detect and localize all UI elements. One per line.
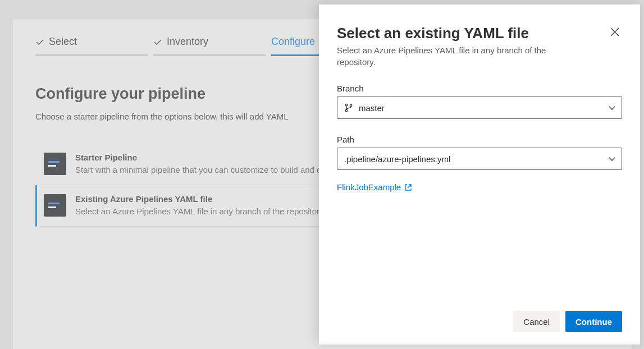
external-link-icon — [404, 183, 412, 191]
branch-label: Branch — [337, 84, 622, 93]
chevron-down-icon — [608, 104, 616, 112]
modal-title: Select an existing YAML file — [337, 25, 584, 42]
path-value: .pipeline/azure-pipelines.yml — [344, 154, 450, 164]
svg-point-0 — [345, 104, 347, 105]
path-select[interactable]: .pipeline/azure-pipelines.yml — [337, 148, 622, 170]
repo-link[interactable]: FlinkJobExample — [337, 182, 401, 192]
modal-subtitle: Select an Azure Pipelines YAML file in a… — [337, 44, 584, 68]
branch-select[interactable]: master — [337, 97, 622, 119]
svg-point-2 — [350, 104, 351, 106]
branch-value: master — [359, 103, 385, 113]
branch-icon — [344, 103, 353, 112]
continue-button[interactable]: Continue — [565, 311, 622, 332]
yaml-select-modal: Select an existing YAML file Select an A… — [319, 4, 640, 345]
cancel-button[interactable]: Cancel — [513, 311, 560, 332]
close-button[interactable] — [608, 25, 622, 39]
chevron-down-icon — [608, 155, 616, 163]
path-label: Path — [337, 135, 622, 144]
svg-point-1 — [345, 109, 347, 111]
close-icon — [610, 27, 620, 37]
